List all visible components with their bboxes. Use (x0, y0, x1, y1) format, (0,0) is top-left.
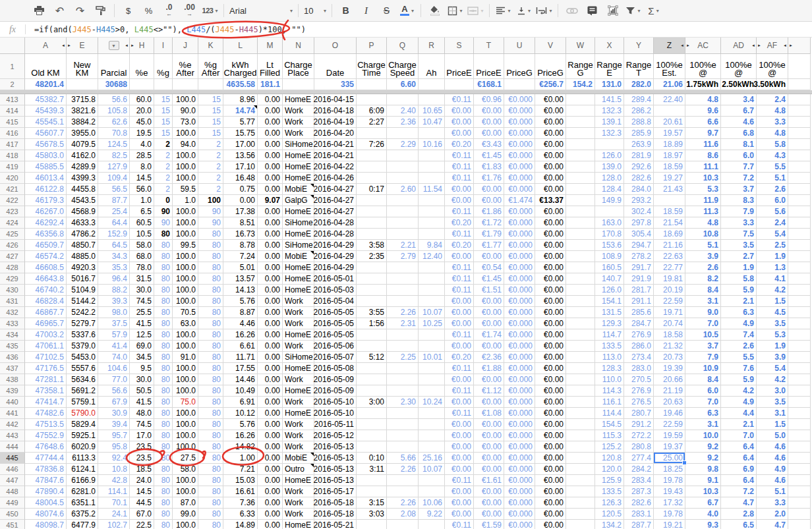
cell-K446[interactable]: 80 (198, 464, 223, 475)
cell-AF420[interactable]: 5.1 (757, 173, 788, 184)
cell-AD446[interactable]: 6.9 (721, 464, 757, 475)
cell-S416[interactable]: €0.00 (445, 128, 474, 139)
cell-S423[interactable]: €0.11 (445, 206, 474, 217)
cell-H424[interactable]: 60.5 (130, 217, 154, 229)
column-header-N[interactable]: N (283, 38, 314, 54)
cell-P417[interactable]: 124.5 (98, 139, 130, 150)
field-title-PriceG[interactable]: PriceG (535, 54, 566, 79)
cell-M418[interactable]: 0.00 (258, 150, 283, 161)
cell-P441[interactable] (357, 408, 387, 419)
row-header-438[interactable]: 438 (0, 374, 25, 385)
cell-Y439[interactable]: 276.9 (624, 385, 654, 397)
cell-AF416[interactable]: 4.8 (757, 128, 788, 139)
cell-A437[interactable]: 47176.5 (25, 363, 67, 374)
cell-T417[interactable]: €3.43 (474, 139, 504, 150)
cell-P441[interactable]: 30.9 (98, 408, 130, 419)
total-cell-T[interactable]: €168.1 (474, 79, 504, 90)
cell-H447[interactable]: 24.0 (130, 475, 154, 486)
cell-S431[interactable]: €0.00 (445, 296, 474, 307)
vertical-align-button[interactable]: ▾ (513, 3, 534, 18)
cell-A441[interactable]: 47482.6 (25, 408, 67, 419)
cell-T441[interactable]: €1.08 (474, 408, 504, 419)
cell-N429[interactable]: HomeE (283, 273, 314, 285)
cell-AF413[interactable]: 2.4 (757, 94, 788, 105)
cell-Z421[interactable]: 21.43 (654, 184, 685, 195)
cell-H425[interactable]: 10.5 (130, 229, 154, 240)
total-cell-A[interactable]: 48201.4 (25, 79, 67, 90)
cell-AF451[interactable]: 4.7 (757, 520, 788, 529)
cell-R448[interactable] (419, 486, 445, 497)
cell-AF435[interactable]: 1.9 (757, 341, 788, 352)
cell-S424[interactable]: €0.20 (445, 217, 474, 229)
cell-L445[interactable]: 1.00 (223, 453, 258, 464)
cell-V415[interactable]: €0.00 (535, 117, 566, 128)
cell-M425[interactable]: 0.00 (258, 229, 283, 240)
cell-O451[interactable]: 2016-05-21 (314, 520, 357, 529)
cell-E424[interactable]: 4633.3 (67, 217, 98, 229)
cell-K448[interactable]: 80 (198, 486, 223, 497)
cell-K442[interactable]: 80 (198, 419, 223, 430)
cell-P430[interactable] (357, 285, 387, 296)
cell-AD428[interactable]: 1.9 (721, 262, 757, 273)
row-header-436[interactable]: 436 (0, 352, 25, 363)
cell-K439[interactable]: 80 (198, 385, 223, 397)
cell-I433[interactable]: 80 (154, 318, 173, 329)
cell-U424[interactable]: €0.000 (504, 217, 535, 229)
cell-T423[interactable]: €1.86 (474, 206, 504, 217)
cell-H449[interactable]: 44.5 (130, 497, 154, 509)
cell-I425[interactable]: 80 (154, 229, 173, 240)
row-header-439[interactable]: 439 (0, 385, 25, 397)
cell-W443[interactable] (566, 430, 595, 441)
cell-Q414[interactable]: 2.40 (387, 105, 419, 117)
cell-I435[interactable]: 80 (154, 341, 173, 352)
cell-A435[interactable]: 47061.1 (25, 341, 67, 352)
cell-A424[interactable]: 46292.4 (25, 217, 67, 229)
cell-U447[interactable]: €0.000 (504, 475, 535, 486)
cell-Z417[interactable]: 18.89 (654, 139, 685, 150)
cell-X416[interactable]: 132.3 (595, 128, 624, 139)
merge-cells-button[interactable]: ▾ (465, 3, 486, 18)
cell-E436[interactable]: 5453.0 (67, 352, 98, 363)
cell-X432[interactable]: 131.5 (595, 307, 624, 318)
cell-X434[interactable]: 114.7 (595, 329, 624, 341)
cell-U416[interactable]: €0.000 (504, 128, 535, 139)
cell-Z442[interactable]: 22.59 (654, 419, 685, 430)
cell-AD418[interactable]: 6.0 (721, 150, 757, 161)
cell-S439[interactable]: €0.11 (445, 385, 474, 397)
cell-N430[interactable]: HomeE (283, 285, 314, 296)
cell-N425[interactable]: HomeE (283, 229, 314, 240)
hidden-columns-left-icon[interactable]: ► (686, 43, 690, 47)
cell-W449[interactable] (566, 497, 595, 509)
cell-Z437[interactable]: 19.39 (654, 363, 685, 374)
cell-H420[interactable]: 14.5 (130, 173, 154, 184)
cell-stub-416[interactable] (788, 128, 811, 139)
cell-L435[interactable]: 6.61 (223, 341, 258, 352)
cell-Y428[interactable]: 291.7 (624, 262, 654, 273)
cell-L424[interactable]: 8.51 (223, 217, 258, 229)
cell-P428[interactable]: 35.3 (98, 262, 130, 273)
cell-H413[interactable]: 60.0 (130, 94, 154, 105)
cell-V441[interactable]: €0.00 (535, 408, 566, 419)
cell-Q420[interactable] (387, 173, 419, 184)
cell-AC424[interactable]: 4.8 (685, 217, 721, 229)
cell-AC422[interactable]: 11.9 (685, 195, 721, 206)
cell-H422[interactable]: 1.0 (130, 195, 154, 206)
cell-L428[interactable]: 5.01 (223, 262, 258, 273)
cell-T449[interactable]: €0.00 (474, 497, 504, 509)
cell-P442[interactable]: 39.4 (98, 419, 130, 430)
cell-stub-451[interactable] (788, 520, 811, 529)
cell-Y415[interactable]: 288.8 (624, 117, 654, 128)
cell-U437[interactable]: €0.000 (504, 363, 535, 374)
cell-U445[interactable]: €0.000 (504, 453, 535, 464)
cell-S419[interactable]: €0.11 (445, 161, 474, 173)
cell-T429[interactable]: €1.45 (474, 273, 504, 285)
hidden-columns-left-icon[interactable]: ► (67, 43, 71, 47)
field-title-Range T[interactable]: Range T (624, 54, 654, 79)
cell-stub-449[interactable] (788, 497, 811, 509)
cell-Z449[interactable]: 17.32 (654, 497, 685, 509)
cell-stub-439[interactable] (788, 385, 811, 397)
cell-AC440[interactable]: 7.0 (685, 397, 721, 408)
cell-K419[interactable]: 2 (198, 161, 223, 173)
cell-M426[interactable]: 0.00 (258, 240, 283, 251)
cell-Z433[interactable]: 20.74 (654, 318, 685, 329)
